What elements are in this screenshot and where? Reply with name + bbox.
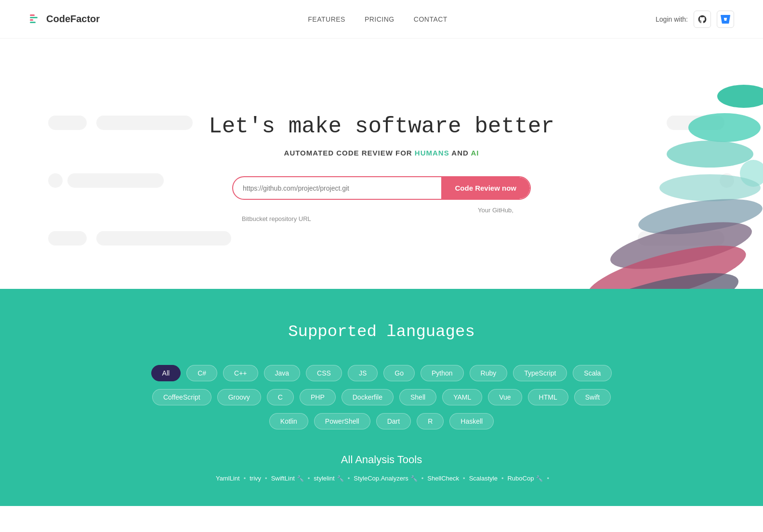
swiftlint-icon: 🔧 [297, 475, 304, 482]
lang-css[interactable]: CSS [306, 365, 342, 381]
tools-list: YamlLint • trivy • SwiftLint 🔧 • styleli… [29, 475, 734, 482]
tool-scalastyle-name: Scalastyle [469, 475, 498, 482]
blob-4 [67, 173, 164, 188]
lang-typescript[interactable]: TypeScript [513, 365, 567, 381]
tools-title: All Analysis Tools [29, 454, 734, 466]
lang-r[interactable]: R [417, 413, 444, 429]
tool-shellcheck-name: ShellCheck [427, 475, 459, 482]
tool-stylecop-name: StyleCop.Analyzers [354, 475, 408, 482]
lang-ruby[interactable]: Ruby [470, 365, 508, 381]
lang-vue[interactable]: Vue [488, 389, 522, 405]
lang-haskell[interactable]: Haskell [449, 413, 494, 429]
lang-coffeescript[interactable]: CoffeeScript [152, 389, 211, 405]
language-row-3: Kotlin PowerShell Dart R Haskell [269, 413, 494, 429]
lang-all[interactable]: All [151, 365, 181, 381]
geometric-decoration [537, 58, 763, 289]
search-hint-wrap: Your GitHub, Bitbucket repository URL [232, 206, 531, 223]
lang-groovy[interactable]: Groovy [217, 389, 261, 405]
dot-separator: • [348, 475, 350, 482]
lang-scala[interactable]: Scala [573, 365, 612, 381]
login-area: Login with: [656, 11, 734, 28]
dot-separator: • [244, 475, 246, 482]
repo-search-form: Code Review now [232, 176, 531, 200]
dot-separator: • [265, 475, 267, 482]
stylelint-icon: 🔧 [337, 475, 344, 482]
languages-section: Supported languages All C# C++ Java CSS … [0, 289, 763, 506]
tool-rubocop: RuboCop 🔧 [504, 475, 546, 482]
tool-stylecop: StyleCop.Analyzers 🔧 [351, 475, 420, 482]
tool-shellcheck: ShellCheck [424, 475, 462, 482]
tool-yamllint: YamlLint [213, 475, 243, 482]
dot-separator: • [501, 475, 504, 482]
login-label: Login with: [656, 15, 688, 23]
bitbucket-login-button[interactable] [717, 11, 734, 28]
blob-1 [48, 116, 87, 130]
svg-point-5 [688, 113, 761, 142]
github-login-button[interactable] [694, 11, 711, 28]
geo-svg [537, 58, 763, 289]
logo-text: CodeFactor [46, 13, 100, 25]
tool-yamllint-name: YamlLint [216, 475, 240, 482]
nav-pricing[interactable]: PRICING [365, 15, 395, 23]
lang-php[interactable]: PHP [300, 389, 336, 405]
lang-java[interactable]: Java [264, 365, 301, 381]
svg-point-6 [667, 141, 753, 168]
navbar: CodeFactor FEATURES PRICING CONTACT Logi… [0, 0, 763, 39]
nav-features[interactable]: FEATURES [308, 15, 345, 23]
svg-point-4 [717, 85, 763, 108]
subtitle-mid: AND [449, 149, 471, 157]
languages-title: Supported languages [29, 323, 734, 341]
tool-rubocop-name: RuboCop [507, 475, 534, 482]
lang-powershell[interactable]: PowerShell [314, 413, 370, 429]
nav-contact[interactable]: CONTACT [414, 15, 447, 23]
lang-csharp[interactable]: C# [186, 365, 217, 381]
tool-swiftlint-name: SwiftLint [271, 475, 295, 482]
blob-3 [48, 173, 63, 188]
language-row-2: CoffeeScript Groovy C PHP Dockerfile She… [152, 389, 611, 405]
lang-swift[interactable]: Swift [574, 389, 611, 405]
dot-separator: • [308, 475, 310, 482]
languages-grid: All C# C++ Java CSS JS Go Python Ruby Ty… [29, 365, 734, 429]
lang-yaml[interactable]: YAML [442, 389, 482, 405]
lang-shell[interactable]: Shell [399, 389, 436, 405]
tool-trivy: trivy [247, 475, 264, 482]
hero-title: Let's make software better [209, 114, 554, 139]
blob-2 [96, 116, 193, 130]
search-hint-text: Your GitHub, Bitbucket repository URL [242, 207, 513, 222]
lang-html[interactable]: HTML [528, 389, 568, 405]
code-review-button[interactable]: Code Review now [441, 177, 530, 199]
svg-rect-0 [30, 14, 35, 16]
github-icon [697, 14, 707, 24]
nav-links: FEATURES PRICING CONTACT [308, 15, 447, 23]
bitbucket-icon [721, 14, 730, 24]
svg-rect-3 [30, 22, 36, 23]
lang-cpp[interactable]: C++ [223, 365, 258, 381]
lang-js[interactable]: JS [348, 365, 378, 381]
stylecop-icon: 🔧 [410, 475, 418, 482]
blob-6 [96, 231, 231, 246]
lang-dockerfile[interactable]: Dockerfile [342, 389, 394, 405]
svg-rect-2 [30, 19, 33, 21]
hero-subtitle: AUTOMATED CODE REVIEW FOR HUMANS AND AI [284, 149, 479, 157]
blob-5 [48, 231, 87, 246]
lang-dart[interactable]: Dart [376, 413, 411, 429]
subtitle-ai: AI [471, 149, 479, 157]
tool-stylelint-name: stylelint [314, 475, 334, 482]
hero-section: Let's make software better AUTOMATED COD… [0, 39, 763, 289]
language-row-1: All C# C++ Java CSS JS Go Python Ruby Ty… [151, 365, 612, 381]
lang-go[interactable]: Go [383, 365, 415, 381]
lang-kotlin[interactable]: Kotlin [269, 413, 308, 429]
subtitle-humans: HUMANS [415, 149, 449, 157]
svg-point-8 [659, 174, 761, 201]
logo-area: CodeFactor [29, 13, 100, 26]
lang-python[interactable]: Python [421, 365, 464, 381]
repo-url-input[interactable] [233, 177, 441, 199]
dot-separator: • [547, 475, 549, 482]
subtitle-prefix: AUTOMATED CODE REVIEW FOR [284, 149, 415, 157]
lang-c[interactable]: C [267, 389, 294, 405]
tool-scalastyle: Scalastyle [466, 475, 500, 482]
tool-stylelint: stylelint 🔧 [311, 475, 346, 482]
dot-separator: • [421, 475, 424, 482]
dot-separator: • [463, 475, 465, 482]
codefactor-logo-icon [29, 13, 42, 26]
